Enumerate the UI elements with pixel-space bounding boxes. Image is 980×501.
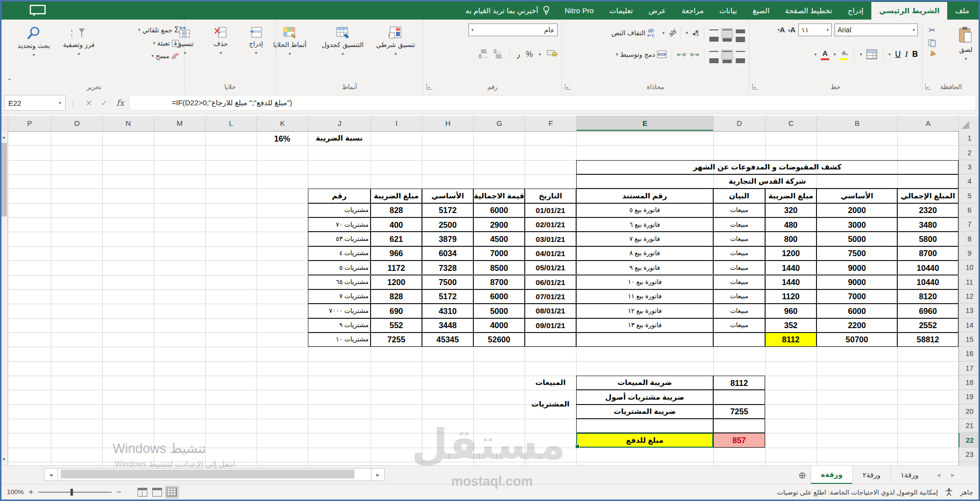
wrap-text-button[interactable]: abc↵ التفاف النص bbox=[611, 28, 654, 38]
row-header-5[interactable]: 5 bbox=[958, 189, 980, 203]
cell-E3[interactable]: كشف المقبوضات و المدفوعات عن الشهر bbox=[576, 160, 958, 174]
tab-nitro-pro[interactable]: Nitro Pro bbox=[557, 2, 602, 20]
cell-J7[interactable]: مشتريات ٧٠ bbox=[308, 217, 371, 232]
cell-E10[interactable]: فاتورة بيع ٩ bbox=[576, 261, 713, 275]
sort-filter-button[interactable]: A Z فرز وتصفية ▾ bbox=[57, 24, 101, 58]
insert-cells-button[interactable]: إدراج ▾ bbox=[238, 24, 274, 56]
horizontal-scrollbar[interactable]: ◄ ► bbox=[44, 469, 385, 480]
cell-D18[interactable]: 8112 bbox=[713, 376, 765, 390]
row-header-10[interactable]: 10 bbox=[958, 261, 980, 275]
copy-icon[interactable] bbox=[928, 39, 936, 47]
row-header-7[interactable]: 7 bbox=[958, 217, 980, 232]
row-header-24[interactable]: 24 bbox=[958, 462, 980, 465]
find-select-button[interactable]: بحث وتحديد ▾ bbox=[11, 24, 57, 58]
cell-G11[interactable]: 8700 bbox=[473, 275, 525, 289]
tell-me-box[interactable]: أخبرني بما تريد القيام به bbox=[459, 2, 557, 20]
cell-A13[interactable]: 6960 bbox=[897, 304, 958, 318]
row-header-17[interactable]: 17 bbox=[958, 361, 980, 376]
cell-D19[interactable] bbox=[713, 390, 765, 404]
row-header-3[interactable]: 3 bbox=[958, 160, 980, 174]
fill-color-button[interactable] bbox=[840, 49, 848, 60]
row-header-15[interactable]: 15 bbox=[958, 333, 980, 347]
zoom-slider-thumb[interactable] bbox=[70, 489, 73, 496]
cell-D11[interactable]: مبيعات bbox=[713, 275, 765, 289]
cell-I14[interactable]: 552 bbox=[371, 318, 422, 333]
cell-H11[interactable]: 7500 bbox=[422, 275, 473, 289]
horizontal-scroll-thumb[interactable] bbox=[61, 470, 354, 478]
cell-I5[interactable]: مبلغ الضريبة bbox=[371, 189, 422, 203]
cell-E19[interactable]: ضريبة مشتريات أصول bbox=[576, 390, 713, 404]
page-layout-view-icon[interactable] bbox=[152, 488, 162, 497]
format-painter-icon[interactable] bbox=[928, 50, 936, 59]
insert-function-icon[interactable]: fx bbox=[117, 98, 124, 108]
column-header-L[interactable]: L bbox=[205, 116, 257, 131]
active-cell-E22[interactable] bbox=[576, 433, 713, 447]
cell-C5[interactable]: مبلغ الضريبة bbox=[765, 189, 817, 203]
sheet-tab-2[interactable]: ورقة٢ bbox=[852, 466, 890, 484]
cell-I15[interactable]: 7255 bbox=[371, 333, 422, 347]
row-header-19[interactable]: 19 bbox=[958, 390, 980, 404]
tab-data[interactable]: بيانات bbox=[711, 2, 745, 20]
cell-H7[interactable]: 2500 bbox=[422, 217, 473, 232]
normal-view-icon[interactable] bbox=[167, 488, 177, 497]
cell-G7[interactable]: 2900 bbox=[473, 217, 525, 232]
row-header-11[interactable]: 11 bbox=[958, 275, 980, 289]
row-header-9[interactable]: 9 bbox=[958, 246, 980, 261]
increase-indent-icon[interactable]: ⇥≡ bbox=[690, 51, 700, 58]
column-header-E[interactable]: E bbox=[576, 116, 713, 131]
cell-G6[interactable]: 6000 bbox=[473, 203, 525, 217]
cell-I8[interactable]: 621 bbox=[371, 232, 422, 246]
cell-F5[interactable]: التاريخ bbox=[525, 189, 576, 203]
dialog-launcher-clipboard[interactable] bbox=[925, 84, 931, 90]
underline-button[interactable]: U bbox=[895, 50, 901, 59]
cell-J9[interactable]: مشتريات ٤ bbox=[308, 246, 371, 261]
decrease-decimal-icon[interactable]: .00→.0 bbox=[479, 49, 488, 59]
cell-F15[interactable] bbox=[525, 333, 576, 347]
cell-J10[interactable]: مشتريات ٥ bbox=[308, 261, 371, 275]
cell-D21[interactable] bbox=[713, 419, 765, 433]
cell-D7[interactable]: مبيعات bbox=[713, 217, 765, 232]
cell-E20[interactable]: ضريبة المشتريات bbox=[576, 405, 713, 419]
cell-K1[interactable]: 16% bbox=[257, 131, 308, 145]
zoom-level[interactable]: 100% bbox=[7, 488, 24, 496]
cell-D20[interactable]: 7255 bbox=[713, 405, 765, 419]
cell-D9[interactable]: مبيعات bbox=[713, 246, 765, 261]
cell-E4[interactable]: شركة القدس التجارية bbox=[576, 174, 958, 189]
cell-H12[interactable]: 5172 bbox=[422, 289, 473, 304]
cell-F11[interactable]: 06/01/21 bbox=[525, 275, 576, 289]
column-header-J[interactable]: J bbox=[308, 116, 371, 131]
collapse-ribbon-button[interactable]: ⌃ bbox=[7, 77, 12, 85]
row-header-8[interactable]: 8 bbox=[958, 232, 980, 246]
sheet-tab-1[interactable]: ورقة١ bbox=[890, 466, 929, 484]
column-header-C[interactable]: C bbox=[765, 116, 817, 131]
column-header-K[interactable]: K bbox=[257, 116, 308, 131]
cell-A10[interactable]: 10440 bbox=[897, 261, 958, 275]
horizontal-scroll-track[interactable] bbox=[58, 468, 371, 481]
cell-A9[interactable]: 8700 bbox=[897, 246, 958, 261]
row-header-21[interactable]: 21 bbox=[958, 419, 980, 433]
cell-A6[interactable]: 2320 bbox=[897, 203, 958, 217]
row-header-22[interactable]: 22 bbox=[958, 433, 980, 447]
cell-I9[interactable]: 966 bbox=[371, 246, 422, 261]
cell-F8[interactable]: 03/01/21 bbox=[525, 232, 576, 246]
select-all-corner[interactable] bbox=[958, 116, 980, 131]
cell-F12[interactable]: 07/01/21 bbox=[525, 289, 576, 304]
cell-E14[interactable]: فاتورة بيع ١٣ bbox=[576, 318, 713, 333]
column-header-B[interactable]: B bbox=[817, 116, 897, 131]
accessibility-status[interactable]: إمكانية الوصول لذوي الاحتياجات الخاصة: ا… bbox=[777, 488, 938, 496]
cell-D22[interactable]: 857 bbox=[713, 433, 765, 447]
formula-input[interactable]: =IF(D22>0;"مبلغ للدفع";" مبلغ للارجاع") bbox=[129, 95, 976, 111]
scroll-left-icon[interactable]: ◄ bbox=[44, 468, 58, 481]
cell-D5[interactable]: البيان bbox=[713, 189, 765, 203]
comma-style-icon[interactable]: ٫ bbox=[517, 48, 520, 60]
cell-B7[interactable]: 3000 bbox=[817, 217, 897, 232]
cell-F7[interactable]: 02/01/21 bbox=[525, 217, 576, 232]
vertical-scroll-thumb[interactable] bbox=[1, 143, 7, 216]
cell-E9[interactable]: فاتورة بيع ٨ bbox=[576, 246, 713, 261]
cell-D8[interactable]: مبيعات bbox=[713, 232, 765, 246]
cell-E7[interactable]: فاتورة بيع ٦ bbox=[576, 217, 713, 232]
tab-nav-prev-icon[interactable]: ◄ bbox=[936, 472, 941, 478]
row-header-2[interactable]: 2 bbox=[958, 145, 980, 160]
font-name-select[interactable]: Arial ▾ bbox=[835, 24, 918, 36]
zoom-in-button[interactable]: + bbox=[29, 488, 33, 497]
